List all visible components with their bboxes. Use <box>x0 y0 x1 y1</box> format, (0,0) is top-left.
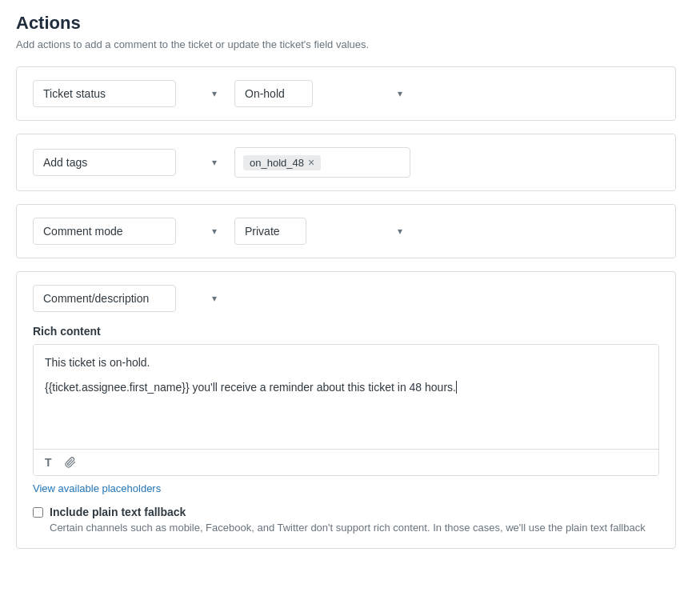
rich-text-line2-text: {{ticket.assignee.first_name}} you'll re… <box>45 381 456 394</box>
toolbar-text-button[interactable]: T <box>42 454 55 470</box>
tag-chip-remove-icon[interactable]: × <box>308 157 314 168</box>
ticket-status-action-select[interactable]: Ticket status Add tags Comment mode Comm… <box>33 80 176 107</box>
ticket-status-value-chevron-icon: ▾ <box>398 88 402 99</box>
comment-description-row: Ticket status Add tags Comment mode Comm… <box>33 285 659 312</box>
ticket-status-card: Ticket status Add tags Comment mode Comm… <box>16 66 676 121</box>
plain-text-fallback-sub-label: Certain channels such as mobile, Faceboo… <box>50 521 646 535</box>
page-title: Actions <box>16 13 676 34</box>
comment-mode-action-chevron-icon: ▾ <box>212 226 217 237</box>
tag-chip-on-hold-48: on_hold_48 × <box>243 155 321 170</box>
comment-mode-action-select[interactable]: Ticket status Add tags Comment mode Comm… <box>33 218 176 245</box>
plain-text-fallback-main-label: Include plain text fallback <box>50 506 646 518</box>
comment-mode-row: Ticket status Add tags Comment mode Comm… <box>33 218 659 245</box>
comment-mode-value-select[interactable]: Private Public <box>234 218 306 245</box>
page-subtitle: Add actions to add a comment to the tick… <box>16 38 676 50</box>
rich-text-body[interactable]: This ticket is on-hold. {{ticket.assigne… <box>34 345 658 449</box>
add-tags-action-wrapper: Ticket status Add tags Comment mode Comm… <box>33 149 225 176</box>
view-placeholders-link[interactable]: View available placeholders <box>33 482 161 494</box>
comment-description-action-select[interactable]: Ticket status Add tags Comment mode Comm… <box>33 285 176 312</box>
rich-text-line2: {{ticket.assignee.first_name}} you'll re… <box>45 379 647 396</box>
comment-description-action-wrapper: Ticket status Add tags Comment mode Comm… <box>33 285 225 312</box>
plain-text-fallback-checkbox[interactable] <box>33 507 43 518</box>
rich-content-label: Rich content <box>33 325 659 338</box>
comment-mode-value-chevron-icon: ▾ <box>398 226 402 237</box>
text-cursor <box>456 381 457 394</box>
add-tags-card: Ticket status Add tags Comment mode Comm… <box>16 134 676 191</box>
comment-mode-value-wrapper: Private Public ▾ <box>234 218 410 245</box>
rich-content-section: Rich content This ticket is on-hold. {{t… <box>33 325 659 535</box>
tag-chip-label: on_hold_48 <box>250 157 304 169</box>
paperclip-icon <box>65 457 76 468</box>
tags-input[interactable]: on_hold_48 × <box>234 147 410 178</box>
ticket-status-action-wrapper: Ticket status Add tags Comment mode Comm… <box>33 80 225 107</box>
rich-text-toolbar: T <box>34 449 658 475</box>
rich-text-line1: This ticket is on-hold. <box>45 354 647 371</box>
add-tags-action-chevron-icon: ▾ <box>212 157 217 168</box>
ticket-status-action-chevron-icon: ▾ <box>212 88 217 99</box>
plain-text-fallback-row: Include plain text fallback Certain chan… <box>33 506 659 535</box>
comment-description-action-chevron-icon: ▾ <box>212 293 217 304</box>
comment-mode-card: Ticket status Add tags Comment mode Comm… <box>16 204 676 258</box>
rich-text-editor[interactable]: This ticket is on-hold. {{ticket.assigne… <box>33 344 659 476</box>
ticket-status-row: Ticket status Add tags Comment mode Comm… <box>33 80 659 107</box>
ticket-status-value-select[interactable]: On-hold Open Pending Solved Closed <box>234 80 313 107</box>
comment-description-card: Ticket status Add tags Comment mode Comm… <box>16 271 676 549</box>
add-tags-action-select[interactable]: Ticket status Add tags Comment mode Comm… <box>33 149 176 176</box>
plain-text-fallback-label-block: Include plain text fallback Certain chan… <box>50 506 646 535</box>
add-tags-row: Ticket status Add tags Comment mode Comm… <box>33 147 659 178</box>
comment-mode-action-wrapper: Ticket status Add tags Comment mode Comm… <box>33 218 225 245</box>
ticket-status-value-wrapper: On-hold Open Pending Solved Closed ▾ <box>234 80 410 107</box>
toolbar-attach-button[interactable] <box>62 455 79 470</box>
